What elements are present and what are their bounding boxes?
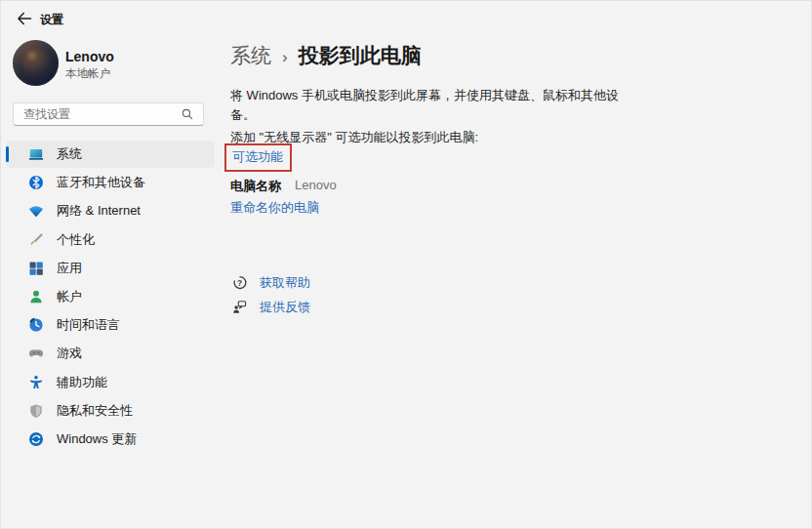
breadcrumb-parent[interactable]: 系统 [230,42,271,69]
sidebar-item-network[interactable]: 网络 & Internet [6,197,215,224]
search-icon [181,107,194,121]
optional-features-link[interactable]: 可选功能 [232,149,283,164]
search-input[interactable] [14,107,181,121]
sidebar-item-label: 应用 [57,260,82,277]
pc-name-label: 电脑名称 [230,178,281,195]
app-title: 设置 [40,12,63,28]
sidebar-item-windows-update[interactable]: Windows 更新 [6,426,215,453]
feedback-icon [232,300,247,314]
pc-name-row: 电脑名称 Lenovo [230,178,337,195]
sidebar-item-apps[interactable]: 应用 [6,255,215,282]
selected-indicator [6,146,9,162]
sidebar-item-system[interactable]: 系统 [6,141,215,168]
sidebar-item-label: 时间和语言 [57,316,120,334]
sidebar-item-label: 隐私和安全性 [57,402,133,420]
user-account-type: 本地帐户 [65,66,110,81]
optional-feature-hint: 添加 "无线显示器" 可选功能以投影到此电脑: [230,129,660,146]
sidebar-item-privacy-security[interactable]: 隐私和安全性 [6,397,215,425]
sidebar-item-label: Windows 更新 [57,430,137,448]
time-language-icon [28,317,44,333]
sidebar-item-label: 游戏 [57,345,82,362]
breadcrumb-separator-icon: › [282,48,288,67]
sidebar-item-time-language[interactable]: 时间和语言 [6,311,215,339]
help-link-label: 获取帮助 [260,274,310,292]
sidebar-item-label: 蓝牙和其他设备 [57,174,145,191]
back-button[interactable] [16,10,33,27]
personalization-icon [28,232,44,248]
breadcrumb: 系统 › 投影到此电脑 [230,42,422,69]
back-arrow-icon [16,10,33,27]
accessibility-icon [28,375,44,390]
svg-text:?: ? [237,278,242,288]
sidebar-item-accessibility[interactable]: 辅助功能 [6,369,215,396]
bluetooth-icon [28,175,44,190]
privacy-icon [28,403,44,419]
rename-pc-link[interactable]: 重命名你的电脑 [230,200,319,215]
network-icon [28,203,44,219]
user-avatar[interactable] [13,40,59,86]
sidebar-item-label: 辅助功能 [57,374,107,391]
help-section: ?获取帮助提供反馈 [232,270,310,319]
sidebar-item-label: 系统 [57,145,82,163]
sidebar-item-bluetooth[interactable]: 蓝牙和其他设备 [6,169,215,196]
annotation-highlight-box: 可选功能 [224,143,292,172]
sidebar-item-label: 网络 & Internet [57,202,141,220]
system-icon [28,146,44,162]
sidebar-item-label: 个性化 [57,231,95,249]
sidebar-item-gaming[interactable]: 游戏 [6,340,215,367]
help-link-label: 提供反馈 [260,299,310,316]
page-title: 投影到此电脑 [299,42,422,69]
user-name: Lenovo [65,49,114,64]
gaming-icon [28,346,44,361]
titlebar: 设置 [1,1,811,36]
give-feedback-link[interactable]: 提供反馈 [232,295,310,319]
help-icon: ? [232,275,247,290]
sidebar-nav: 系统蓝牙和其他设备网络 & Internet个性化应用帐户时间和语言游戏辅助功能… [6,141,215,454]
search-box[interactable] [13,102,204,126]
page-description: 将 Windows 手机或电脑投影到此屏幕，并使用其键盘、鼠标和其他设备。 [230,86,642,124]
sidebar-item-personalization[interactable]: 个性化 [6,226,215,254]
rename-row: 重命名你的电脑 [230,199,319,217]
apps-icon [28,261,44,276]
update-icon [28,431,44,447]
sidebar-item-label: 帐户 [57,288,82,305]
accounts-icon [28,289,44,305]
sidebar-item-accounts[interactable]: 帐户 [6,283,215,310]
get-help-link[interactable]: ?获取帮助 [232,270,310,295]
pc-name-value: Lenovo [295,178,337,195]
